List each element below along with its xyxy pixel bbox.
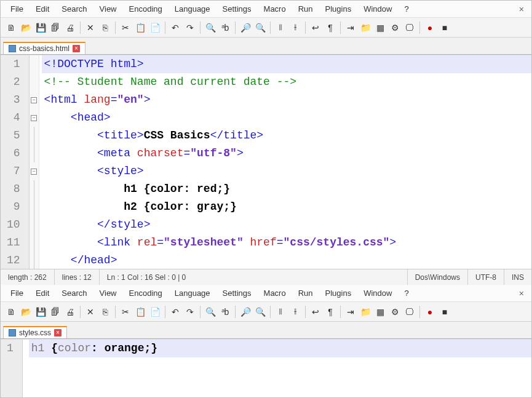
menu-settings[interactable]: Settings (216, 2, 258, 15)
fold-marker[interactable] (30, 180, 39, 198)
menu-run[interactable]: Run (292, 2, 319, 15)
find-icon[interactable]: 🔍 (204, 305, 217, 319)
sync-v-icon[interactable]: ⫴ (274, 305, 287, 319)
code-line[interactable]: <!DOCTYPE html> (42, 55, 531, 73)
menu-encoding[interactable]: Encoding (123, 287, 169, 300)
wordwrap-icon[interactable]: ↩ (309, 21, 322, 34)
fold-marker[interactable] (30, 145, 39, 162)
redo-icon[interactable]: ↷ (183, 21, 197, 34)
replace-icon[interactable]: ᵃb (218, 21, 232, 34)
code-line[interactable]: <html lang="en"> (42, 91, 531, 109)
fold-marker[interactable] (30, 55, 39, 73)
menu-file[interactable]: File (4, 2, 30, 15)
new-file-icon[interactable]: 🗎 (4, 305, 18, 319)
close-all-icon[interactable]: ⎘ (98, 21, 112, 34)
stop-icon[interactable]: ■ (438, 305, 451, 319)
fold-marker[interactable] (30, 127, 39, 145)
menu-window[interactable]: Window (357, 287, 398, 300)
doc-map-icon[interactable]: ▦ (373, 21, 387, 34)
zoom-out-icon[interactable]: 🔍 (253, 305, 267, 319)
menu-plugins[interactable]: Plugins (319, 287, 358, 300)
indent-icon[interactable]: ⇥ (344, 21, 357, 34)
monitor-icon[interactable]: 🖵 (403, 21, 416, 34)
menu-plugins[interactable]: Plugins (319, 2, 358, 15)
find-icon[interactable]: 🔍 (204, 21, 217, 34)
menu-edit[interactable]: Edit (30, 2, 55, 15)
print-icon[interactable]: 🖨 (63, 305, 77, 319)
save-icon[interactable]: 💾 (34, 305, 47, 319)
menu-?[interactable]: ? (398, 2, 415, 15)
paste-icon[interactable]: 📄 (148, 21, 162, 34)
code-line[interactable]: h1 {color: red;} (42, 180, 531, 198)
zoom-out-icon[interactable]: 🔍 (253, 21, 267, 34)
code-line[interactable]: <!-- Student Name and current date --> (42, 73, 531, 91)
code-line[interactable]: </head> (42, 252, 531, 269)
redo-icon[interactable]: ↷ (183, 305, 197, 319)
fold-marker[interactable] (30, 252, 39, 269)
replace-icon[interactable]: ᵃb (218, 305, 232, 319)
menu-macro[interactable]: Macro (258, 2, 292, 15)
cut-icon[interactable]: ✂ (119, 21, 132, 34)
fold-marker[interactable]: − (30, 91, 39, 109)
undo-icon[interactable]: ↶ (169, 305, 182, 319)
menu-language[interactable]: Language (169, 2, 216, 15)
fold-marker[interactable]: − (30, 162, 39, 180)
menu-file[interactable]: File (4, 287, 30, 300)
cut-icon[interactable]: ✂ (119, 305, 132, 319)
code-line[interactable]: </style> (42, 216, 531, 234)
menu-encoding[interactable]: Encoding (123, 2, 169, 15)
fold-marker[interactable] (30, 198, 39, 216)
close-icon[interactable]: × (54, 329, 62, 336)
stop-icon[interactable]: ■ (438, 21, 451, 34)
pilcrow-icon[interactable]: ¶ (324, 305, 337, 319)
pilcrow-icon[interactable]: ¶ (324, 21, 337, 34)
fold-marker[interactable] (30, 234, 39, 252)
function-list-icon[interactable]: ⚙ (388, 21, 402, 34)
print-icon[interactable]: 🖨 (63, 21, 77, 34)
menu-search[interactable]: Search (55, 2, 93, 15)
menu-run[interactable]: Run (292, 287, 319, 300)
doc-map-icon[interactable]: ▦ (373, 305, 387, 319)
close-file-icon[interactable]: ✕ (84, 305, 97, 319)
sync-v-icon[interactable]: ⫴ (274, 21, 287, 34)
zoom-in-icon[interactable]: 🔎 (239, 305, 252, 319)
new-file-icon[interactable]: 🗎 (4, 21, 18, 34)
fold-marker[interactable]: − (30, 109, 39, 127)
wordwrap-icon[interactable]: ↩ (309, 305, 322, 319)
monitor-icon[interactable]: 🖵 (403, 305, 416, 319)
indent-icon[interactable]: ⇥ (344, 305, 357, 319)
folder-icon[interactable]: 📁 (359, 21, 372, 34)
code-area[interactable]: h1 {color: orange;} (23, 340, 531, 397)
window-close-icon[interactable]: × (515, 4, 528, 14)
undo-icon[interactable]: ↶ (169, 21, 182, 34)
menu-?[interactable]: ? (398, 287, 415, 300)
close-file-icon[interactable]: ✕ (84, 21, 97, 34)
menu-search[interactable]: Search (55, 287, 93, 300)
menu-macro[interactable]: Macro (258, 287, 292, 300)
folder-icon[interactable]: 📁 (359, 305, 372, 319)
open-file-icon[interactable]: 📂 (19, 21, 33, 34)
code-line[interactable]: <title>CSS Basics</title> (42, 127, 531, 145)
function-list-icon[interactable]: ⚙ (388, 305, 402, 319)
code-line[interactable]: <style> (42, 162, 531, 180)
code-line[interactable]: <link rel="stylesheet" href="css/styles.… (42, 234, 531, 252)
window-close-icon[interactable]: × (515, 289, 528, 298)
save-all-icon[interactable]: 🗐 (49, 21, 62, 34)
menu-view[interactable]: View (93, 2, 123, 15)
code-editor[interactable]: 123456789101112 −−− <!DOCTYPE html><!-- … (1, 55, 531, 269)
code-line[interactable]: <meta charset="utf-8"> (42, 145, 531, 162)
open-file-icon[interactable]: 📂 (19, 305, 33, 319)
close-all-icon[interactable]: ⎘ (98, 305, 112, 319)
code-line[interactable]: <head> (42, 109, 531, 127)
menu-language[interactable]: Language (169, 287, 216, 300)
fold-marker[interactable] (30, 216, 39, 234)
save-icon[interactable]: 💾 (34, 21, 47, 34)
zoom-in-icon[interactable]: 🔎 (239, 21, 252, 34)
record-icon[interactable]: ● (423, 21, 437, 34)
tab-styles-css[interactable]: styles.css × (3, 326, 67, 338)
copy-icon[interactable]: 📋 (133, 21, 147, 34)
code-line[interactable]: h2 {color: gray;} (42, 198, 531, 216)
record-icon[interactable]: ● (423, 305, 437, 319)
paste-icon[interactable]: 📄 (148, 305, 162, 319)
save-all-icon[interactable]: 🗐 (49, 305, 62, 319)
